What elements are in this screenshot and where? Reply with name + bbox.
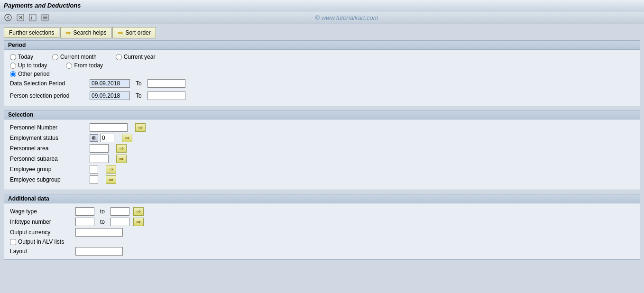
infotype-number-row: Infotype number to ⇒ <box>10 218 634 226</box>
additional-data-section: Additional data Wage type to ⇒ Infotype … <box>4 194 640 260</box>
svg-rect-7 <box>43 17 47 18</box>
personnel-subarea-input[interactable] <box>90 155 109 163</box>
personnel-area-label: Personnel area <box>10 145 86 152</box>
employment-status-input-group: ⊞ <box>90 134 114 142</box>
radio-other-period[interactable]: Other period <box>10 71 50 77</box>
sort-order-tab-label: Sort order <box>125 29 150 36</box>
period-section: Period Today Current month Current year <box>4 40 640 106</box>
personnel-number-input[interactable] <box>90 123 128 132</box>
settings-icon[interactable] <box>41 13 49 22</box>
data-selection-period-from[interactable] <box>90 79 130 88</box>
data-selection-period-label: Data Selection Period <box>10 80 86 87</box>
svg-rect-6 <box>43 16 47 17</box>
wage-type-row: Wage type to ⇒ <box>10 207 634 216</box>
personnel-area-row: Personnel area ⇒ <box>10 144 634 153</box>
personnel-subarea-label: Personnel subarea <box>10 156 86 162</box>
radio-from-today[interactable]: From today <box>66 62 103 69</box>
person-selection-period-label: Person selection period <box>10 92 86 99</box>
infotype-to-label: to <box>100 219 105 225</box>
main-content: Period Today Current month Current year <box>0 38 644 267</box>
title-bar: Payments and Deductions <box>0 0 644 11</box>
wage-type-select-btn[interactable]: ⇒ <box>133 207 144 216</box>
svg-text:i: i <box>31 15 32 20</box>
employment-status-row: Employment status ⊞ ⇒ <box>10 134 634 142</box>
selection-section: Selection Personnel Number ⇒ Employment … <box>4 110 640 190</box>
toolbar: i © www.tutorialkart.com <box>0 11 644 24</box>
employment-status-label: Employment status <box>10 135 86 141</box>
infotype-select-btn[interactable]: ⇒ <box>133 218 144 226</box>
layout-input[interactable] <box>75 247 123 256</box>
personnel-number-row: Personnel Number ⇒ <box>10 123 634 132</box>
employment-status-input[interactable] <box>100 134 114 142</box>
data-selection-period-to[interactable] <box>147 79 185 88</box>
wage-type-label: Wage type <box>10 208 72 215</box>
svg-point-0 <box>5 14 11 21</box>
output-alv-row: Output in ALV lists <box>10 238 634 245</box>
tab-search-helps[interactable]: ⇒ Search helps <box>60 27 111 38</box>
data-selection-to-label: To <box>136 80 142 87</box>
person-selection-period-from[interactable] <box>90 92 130 100</box>
layout-row: Layout <box>10 247 634 256</box>
infotype-to-input[interactable] <box>110 218 129 226</box>
additional-data-section-header: Additional data <box>4 194 640 203</box>
employee-group-input[interactable] <box>90 165 98 174</box>
personnel-number-select-btn[interactable]: ⇒ <box>135 123 146 132</box>
nav-tabs: Further selections ⇒ Search helps ⇒ Sort… <box>0 24 644 38</box>
employee-group-label: Employee group <box>10 166 86 173</box>
tab-further-selections[interactable]: Further selections <box>4 27 59 38</box>
output-currency-input[interactable] <box>75 228 123 237</box>
personnel-subarea-row: Personnel subarea ⇒ <box>10 155 634 163</box>
data-selection-period-row: Data Selection Period To <box>10 79 634 88</box>
period-section-body: Today Current month Current year Up to t… <box>4 50 640 106</box>
employee-group-select-btn[interactable]: ⇒ <box>106 165 116 174</box>
info-icon[interactable]: i <box>28 13 37 22</box>
output-alv-checkbox[interactable] <box>10 239 16 245</box>
tab-sort-order[interactable]: ⇒ Sort order <box>112 27 156 38</box>
wage-type-from-input[interactable] <box>75 207 94 216</box>
wage-type-to-input[interactable] <box>110 207 129 216</box>
back-icon[interactable] <box>4 13 12 22</box>
further-selections-tab-label: Further selections <box>9 29 54 36</box>
employee-subgroup-select-btn[interactable]: ⇒ <box>106 175 116 184</box>
employment-status-select-btn[interactable]: ⇒ <box>122 134 132 142</box>
output-alv-label: Output in ALV lists <box>18 238 64 245</box>
output-currency-row: Output currency <box>10 228 634 237</box>
period-section-header: Period <box>4 41 640 50</box>
employee-subgroup-row: Employee subgroup ⇒ <box>10 175 634 184</box>
page-title: Payments and Deductions <box>4 2 81 9</box>
employee-subgroup-input[interactable] <box>90 175 98 184</box>
personnel-subarea-select-btn[interactable]: ⇒ <box>116 155 127 163</box>
forward-icon[interactable] <box>16 13 25 22</box>
sort-order-arrow-icon: ⇒ <box>118 29 123 37</box>
employment-status-picker-btn[interactable]: ⊞ <box>90 134 98 142</box>
selection-section-body: Personnel Number ⇒ Employment status ⊞ ⇒ <box>4 119 640 190</box>
personnel-area-input[interactable] <box>90 144 109 153</box>
output-currency-label: Output currency <box>10 229 72 236</box>
search-helps-arrow-icon: ⇒ <box>65 29 71 37</box>
selection-section-header: Selection <box>4 110 640 119</box>
employee-subgroup-label: Employee subgroup <box>10 176 86 183</box>
radio-current-month[interactable]: Current month <box>52 54 97 60</box>
infotype-number-label: Infotype number <box>10 219 72 225</box>
svg-rect-8 <box>43 18 47 19</box>
additional-data-section-body: Wage type to ⇒ Infotype number to ⇒ Outp… <box>4 203 640 259</box>
radio-today[interactable]: Today <box>10 54 33 60</box>
infotype-from-input[interactable] <box>75 218 94 226</box>
employee-group-row: Employee group ⇒ <box>10 165 634 174</box>
personnel-number-label: Personnel Number <box>10 124 86 131</box>
person-selection-period-to[interactable] <box>147 92 185 100</box>
watermark: © www.tutorialkart.com <box>53 14 640 21</box>
wage-type-to-label: to <box>100 208 105 215</box>
person-selection-period-row: Person selection period To <box>10 92 634 100</box>
person-selection-to-label: To <box>136 92 142 99</box>
radio-up-to-today[interactable]: Up to today <box>10 62 47 69</box>
svg-rect-2 <box>21 16 22 19</box>
personnel-area-select-btn[interactable]: ⇒ <box>116 144 127 153</box>
radio-current-year[interactable]: Current year <box>116 54 156 60</box>
layout-label: Layout <box>10 248 72 255</box>
search-helps-tab-label: Search helps <box>73 29 106 36</box>
